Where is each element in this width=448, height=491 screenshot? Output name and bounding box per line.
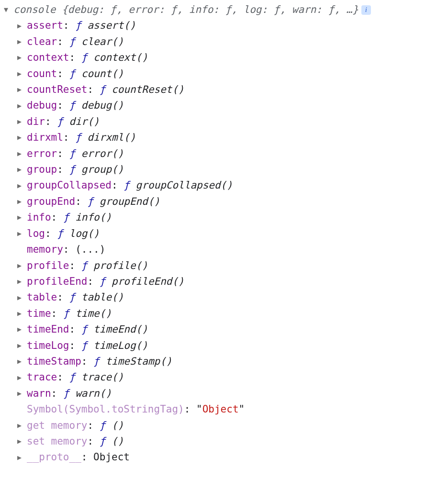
expand-toggle-icon[interactable]: ▶	[17, 310, 27, 317]
property-key: dirxml	[27, 130, 63, 145]
function-sigil-icon: ƒ	[274, 2, 280, 18]
property-row[interactable]: ▶Symbol(Symbol.toStringTag): "Object"	[4, 402, 444, 417]
function-sigil-icon: ƒ	[69, 290, 76, 305]
quote: "	[196, 402, 202, 417]
expand-toggle-icon[interactable]: ▶	[17, 214, 27, 221]
preview-key: info	[189, 2, 213, 18]
expand-toggle-icon[interactable]: ▶	[17, 22, 27, 30]
property-row[interactable]: ▶log: ƒ log()	[4, 226, 444, 242]
string-value: Object	[202, 402, 239, 417]
property-row[interactable]: ▶trace: ƒ trace()	[4, 369, 444, 385]
property-key: memory	[27, 242, 63, 257]
expand-toggle-icon[interactable]: ▶	[17, 150, 27, 157]
expand-toggle-icon[interactable]: ▶	[17, 454, 27, 461]
expand-toggle-icon[interactable]: ▼	[4, 6, 13, 13]
property-key: profile	[27, 258, 69, 274]
colon: :	[57, 162, 69, 178]
property-row[interactable]: ▶timeEnd: ƒ timeEnd()	[4, 322, 444, 337]
expand-toggle-icon[interactable]: ▶	[17, 54, 27, 61]
function-sigil-icon: ƒ	[75, 130, 81, 145]
property-row[interactable]: ▶profile: ƒ profile()	[4, 258, 444, 274]
function-name: error()	[75, 146, 123, 162]
function-name: warn()	[69, 386, 112, 402]
property-row[interactable]: ▶timeLog: ƒ timeLog()	[4, 338, 444, 354]
colon: :	[57, 66, 69, 82]
function-name: groupEnd()	[93, 194, 160, 210]
property-row[interactable]: ▶groupEnd: ƒ groupEnd()	[4, 194, 444, 210]
property-row[interactable]: ▶count: ƒ count()	[4, 66, 444, 82]
property-row[interactable]: ▶profileEnd: ƒ profileEnd()	[4, 274, 444, 290]
colon: :	[51, 306, 63, 322]
object-header-row[interactable]: ▼console {debug: ƒ, error: ƒ, info: ƒ, l…	[4, 2, 444, 18]
object-name: console	[13, 2, 56, 18]
property-row[interactable]: ▶context: ƒ context()	[4, 50, 444, 66]
getter-placeholder[interactable]: (...)	[75, 242, 105, 257]
expand-toggle-icon[interactable]: ▶	[17, 342, 27, 349]
property-key: trace	[27, 369, 57, 385]
function-name: context()	[87, 50, 147, 66]
expand-toggle-icon[interactable]: ▶	[17, 326, 27, 333]
property-row[interactable]: ▶info: ƒ info()	[4, 210, 444, 225]
function-sigil-icon: ƒ	[57, 226, 63, 242]
expand-toggle-icon[interactable]: ▶	[17, 438, 27, 445]
expand-toggle-icon[interactable]: ▶	[17, 278, 27, 285]
function-sigil-icon: ƒ	[100, 82, 106, 98]
property-key: groupCollapsed	[27, 178, 112, 193]
expand-toggle-icon[interactable]: ▶	[17, 358, 27, 365]
comma: ,	[280, 2, 291, 18]
property-row[interactable]: ▶dirxml: ƒ dirxml()	[4, 130, 444, 145]
function-sigil-icon: ƒ	[69, 34, 76, 50]
property-key: info	[27, 210, 51, 225]
property-key: timeEnd	[27, 322, 69, 337]
proto-value: Object	[93, 449, 130, 465]
property-row[interactable]: ▶__proto__: Object	[4, 449, 444, 465]
function-name: dirxml()	[81, 130, 136, 145]
preview-key: log	[244, 2, 262, 18]
property-row[interactable]: ▶debug: ƒ debug()	[4, 98, 444, 113]
quote: "	[239, 402, 245, 417]
expand-toggle-icon[interactable]: ▶	[17, 422, 27, 429]
property-row[interactable]: ▶memory: (...)	[4, 242, 444, 257]
property-row[interactable]: ▶table: ƒ table()	[4, 290, 444, 305]
expand-toggle-icon[interactable]: ▶	[17, 70, 27, 78]
property-row[interactable]: ▶assert: ƒ assert()	[4, 18, 444, 33]
function-sigil-icon: ƒ	[81, 50, 88, 66]
property-row[interactable]: ▶set memory: ƒ ()	[4, 434, 444, 449]
property-row[interactable]: ▶warn: ƒ warn()	[4, 386, 444, 402]
function-sigil-icon: ƒ	[81, 258, 88, 274]
property-row[interactable]: ▶clear: ƒ clear()	[4, 34, 444, 50]
function-sigil-icon: ƒ	[93, 354, 100, 369]
function-sigil-icon: ƒ	[57, 114, 63, 130]
expand-toggle-icon[interactable]: ▶	[17, 134, 27, 141]
expand-toggle-icon[interactable]: ▶	[17, 118, 27, 125]
property-row[interactable]: ▶dir: ƒ dir()	[4, 114, 444, 130]
expand-toggle-icon[interactable]: ▶	[17, 374, 27, 381]
expand-toggle-icon[interactable]: ▶	[17, 230, 27, 237]
expand-toggle-icon[interactable]: ▶	[17, 390, 27, 397]
expand-toggle-icon[interactable]: ▶	[17, 166, 27, 173]
property-row[interactable]: ▶get memory: ƒ ()	[4, 418, 444, 434]
expand-toggle-icon[interactable]: ▶	[17, 262, 27, 269]
property-row[interactable]: ▶error: ƒ error()	[4, 146, 444, 162]
property-row[interactable]: ▶timeStamp: ƒ timeStamp()	[4, 354, 444, 369]
colon: :	[69, 322, 81, 337]
expand-toggle-icon[interactable]: ▶	[17, 198, 27, 205]
property-row[interactable]: ▶time: ƒ time()	[4, 306, 444, 322]
expand-toggle-icon[interactable]: ▶	[17, 86, 27, 93]
function-sigil-icon: ƒ	[123, 178, 130, 193]
expand-toggle-icon[interactable]: ▶	[17, 102, 27, 110]
preview-key: warn	[292, 2, 316, 18]
expand-toggle-icon[interactable]: ▶	[17, 294, 27, 301]
property-row[interactable]: ▶group: ƒ group()	[4, 162, 444, 178]
info-icon[interactable]: i	[361, 5, 371, 15]
function-sigil-icon: ƒ	[100, 434, 106, 449]
colon: :	[98, 2, 110, 18]
ellipsis: …	[347, 2, 353, 18]
colon: :	[51, 386, 63, 402]
expand-toggle-icon[interactable]: ▶	[17, 38, 27, 45]
expand-toggle-icon[interactable]: ▶	[17, 182, 27, 190]
property-row[interactable]: ▶groupCollapsed: ƒ groupCollapsed()	[4, 178, 444, 193]
property-row[interactable]: ▶countReset: ƒ countReset()	[4, 82, 444, 98]
function-sigil-icon: ƒ	[69, 146, 76, 162]
function-name: table()	[75, 290, 123, 305]
